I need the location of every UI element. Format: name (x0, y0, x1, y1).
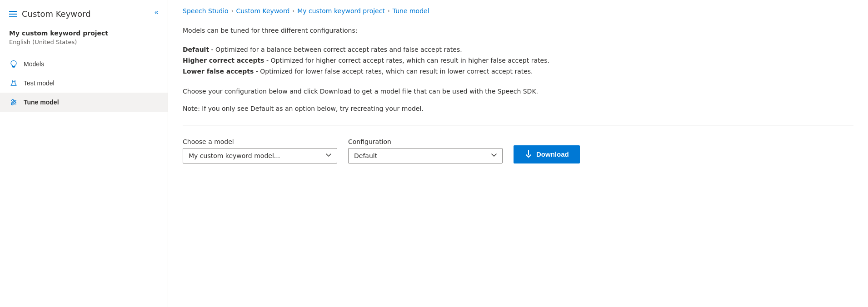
config-default-name: Default (183, 46, 209, 53)
breadcrumb-sep-2: › (292, 8, 294, 14)
breadcrumb: Speech Studio › Custom Keyword › My cust… (168, 0, 868, 22)
tune-icon (9, 98, 18, 106)
svg-rect-1 (13, 67, 15, 68)
breadcrumb-custom-keyword[interactable]: Custom Keyword (236, 7, 289, 15)
config-item-lower: Lower false accepts - Optimized for lowe… (183, 66, 853, 77)
config-lower-name: Lower false accepts (183, 68, 254, 75)
sidebar-project-name: My custom keyword project (9, 30, 159, 37)
breadcrumb-sep-1: › (231, 8, 234, 14)
svg-point-6 (12, 99, 14, 101)
download-button[interactable]: Download (514, 145, 580, 163)
sidebar-title-row: Custom Keyword (0, 0, 168, 22)
config-list: Default - Optimized for a balance betwee… (183, 45, 853, 77)
content-body: Models can be tuned for three different … (168, 22, 868, 307)
config-field: Configuration Default (348, 138, 503, 163)
choose-text: Choose your configuration below and clic… (183, 86, 853, 96)
config-select-value: Default (354, 152, 377, 159)
model-select[interactable]: My custom keyword model... (183, 148, 337, 163)
note-text: Note: If you only see Default as an opti… (183, 104, 853, 114)
svg-point-7 (14, 101, 15, 103)
sidebar-item-tune-model[interactable]: Tune model (0, 93, 168, 112)
sidebar-app-title: Custom Keyword (22, 9, 91, 19)
sidebar-nav: Models Test model (0, 54, 168, 112)
config-default-desc: - Optimized for a balance between correc… (209, 46, 462, 53)
model-select-value: My custom keyword model... (189, 152, 280, 159)
config-lower-desc: - Optimized for lower false accept rates… (254, 68, 533, 75)
main-content: Speech Studio › Custom Keyword › My cust… (168, 0, 868, 307)
sidebar-project-language: English (United States) (9, 39, 159, 45)
download-arrow-icon (524, 149, 533, 159)
sidebar-item-tune-model-label: Tune model (24, 99, 59, 106)
svg-point-8 (11, 103, 13, 105)
config-higher-desc: - Optimized for higher correct accept ra… (264, 57, 549, 64)
breadcrumb-project[interactable]: My custom keyword project (297, 7, 385, 15)
config-higher-name: Higher correct accepts (183, 57, 264, 64)
config-label: Configuration (348, 138, 503, 145)
model-chevron-icon (326, 153, 331, 158)
form-row: Choose a model My custom keyword model..… (183, 138, 853, 163)
model-label: Choose a model (183, 138, 337, 145)
breadcrumb-sep-3: › (388, 8, 390, 14)
sidebar-collapse-button[interactable]: « (153, 6, 160, 18)
breadcrumb-tune-model: Tune model (393, 7, 429, 15)
intro-text: Models can be tuned for three different … (183, 25, 853, 35)
config-chevron-icon (491, 153, 497, 158)
config-select[interactable]: Default (348, 148, 503, 163)
download-label: Download (536, 150, 569, 158)
config-item-default: Default - Optimized for a balance betwee… (183, 45, 853, 55)
sidebar-item-models-label: Models (24, 60, 44, 68)
model-field: Choose a model My custom keyword model..… (183, 138, 337, 163)
test-icon (9, 79, 18, 87)
sidebar-item-test-model-label: Test model (24, 79, 55, 87)
divider (183, 125, 853, 125)
breadcrumb-speech-studio[interactable]: Speech Studio (183, 7, 229, 15)
hamburger-icon[interactable] (9, 11, 17, 17)
sidebar-item-models[interactable]: Models (0, 54, 168, 74)
models-icon (9, 60, 18, 68)
sidebar: « Custom Keyword My custom keyword proje… (0, 0, 168, 307)
config-item-higher: Higher correct accepts - Optimized for h… (183, 55, 853, 66)
sidebar-item-test-model[interactable]: Test model (0, 74, 168, 93)
sidebar-project-section: My custom keyword project English (Unite… (0, 22, 168, 49)
svg-rect-0 (12, 66, 15, 67)
